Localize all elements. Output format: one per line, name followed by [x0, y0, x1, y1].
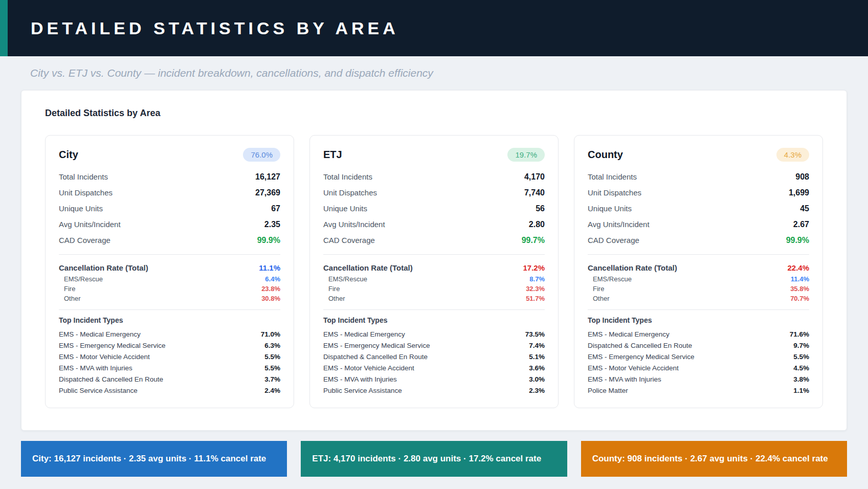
- incident-type-value: 5.5%: [264, 353, 280, 361]
- divider: [323, 309, 545, 310]
- cancellation-breakdown-row: EMS/Rescue6.4%: [59, 274, 280, 284]
- stat-label: Unit Dispatches: [323, 188, 377, 197]
- stat-row: Unit Dispatches1,699: [588, 185, 809, 201]
- stat-rows: Total Incidents16,127Unit Dispatches27,3…: [59, 169, 280, 248]
- cancellation-breakdown-label: Other: [328, 295, 345, 302]
- cancellation-breakdown-value: 51.7%: [526, 295, 545, 302]
- cancellation-breakdown: EMS/Rescue6.4%Fire23.8%Other30.8%: [59, 274, 280, 303]
- incident-type-value: 2.4%: [264, 387, 280, 394]
- cancellation-breakdown: EMS/Rescue8.7%Fire32.3%Other51.7%: [323, 274, 545, 303]
- incident-type-row: Dispatched & Cancelled En Route9.7%: [588, 340, 809, 351]
- incident-type-label: EMS - Medical Emergency: [323, 330, 405, 338]
- incident-type-rows: EMS - Medical Emergency71.0%EMS - Emerge…: [59, 328, 280, 396]
- summary-bar: County: 908 incidents · 2.67 avg units ·…: [581, 441, 847, 477]
- incident-type-row: EMS - MVA with Injuries5.5%: [59, 362, 280, 373]
- incident-type-value: 4.5%: [793, 364, 809, 372]
- cancellation-total: 11.1%: [259, 263, 280, 272]
- area-card: County4.3%Total Incidents908Unit Dispatc…: [574, 135, 823, 408]
- cancellation-breakdown-value: 32.3%: [526, 285, 545, 293]
- incident-type-row: EMS - Medical Emergency71.6%: [588, 328, 809, 340]
- incident-type-label: Public Service Assistance: [323, 387, 402, 394]
- stat-value: 2.35: [264, 220, 280, 229]
- stat-value: 99.9%: [257, 236, 280, 245]
- stat-label: Avg Units/Incident: [588, 220, 650, 229]
- stat-value: 99.7%: [522, 236, 545, 245]
- incident-type-row: EMS - Motor Vehicle Accident5.5%: [59, 351, 280, 362]
- stat-value: 7,740: [524, 188, 545, 197]
- cancellation-breakdown-label: Other: [593, 295, 610, 302]
- cancellation-breakdown-value: 70.7%: [790, 295, 809, 302]
- incident-type-row: EMS - Medical Emergency73.5%: [323, 328, 545, 340]
- incident-type-row: Public Service Assistance2.3%: [323, 385, 545, 396]
- incident-type-label: EMS - Medical Emergency: [59, 330, 141, 338]
- cancellation-breakdown-row: Other70.7%: [588, 294, 809, 303]
- area-share-badge: 19.7%: [507, 148, 545, 162]
- incident-type-value: 5.5%: [793, 353, 809, 361]
- cancellation-breakdown-value: 23.8%: [261, 285, 280, 293]
- incident-type-label: EMS - MVA with Injuries: [59, 364, 132, 372]
- stat-label: CAD Coverage: [59, 236, 110, 244]
- area-share-badge: 76.0%: [243, 148, 280, 162]
- header-accent-stripe: [0, 0, 8, 56]
- cancellation-breakdown-value: 30.8%: [261, 295, 280, 302]
- incident-type-value: 5.1%: [529, 353, 545, 361]
- incident-type-row: EMS - Emergency Medical Service6.3%: [59, 340, 280, 351]
- cancellation-label: Cancellation Rate (Total): [323, 263, 413, 272]
- incident-type-row: Public Service Assistance2.4%: [59, 385, 280, 396]
- stat-value: 2.80: [529, 220, 545, 229]
- cancellation-total-row: Cancellation Rate (Total)22.4%: [588, 261, 809, 274]
- stat-row: CAD Coverage99.9%: [588, 232, 809, 248]
- incident-type-value: 3.7%: [264, 375, 280, 383]
- stat-value: 908: [795, 172, 809, 182]
- cancellation-breakdown-label: Fire: [64, 285, 75, 293]
- incident-type-label: EMS - Motor Vehicle Accident: [588, 364, 679, 372]
- stat-value: 27,369: [255, 188, 280, 197]
- area-name: City: [59, 149, 78, 161]
- incident-type-row: EMS - MVA with Injuries3.8%: [588, 373, 809, 385]
- stat-value: 45: [800, 204, 809, 213]
- cancellation-total: 17.2%: [523, 263, 545, 272]
- stat-label: Unit Dispatches: [59, 188, 113, 197]
- stat-value: 56: [536, 204, 545, 213]
- area-share-badge: 4.3%: [776, 148, 809, 162]
- incident-type-label: Public Service Assistance: [59, 387, 138, 394]
- incident-type-value: 6.3%: [264, 342, 280, 349]
- top-incident-types-title: Top Incident Types: [323, 316, 545, 324]
- page-title: DETAILED STATISTICS BY AREA: [31, 18, 399, 38]
- area-name: ETJ: [323, 149, 342, 161]
- divider: [588, 309, 809, 310]
- stat-value: 99.9%: [786, 236, 809, 245]
- stat-row: CAD Coverage99.7%: [323, 232, 545, 248]
- cancellation-total-row: Cancellation Rate (Total)11.1%: [59, 261, 280, 274]
- incident-type-rows: EMS - Medical Emergency71.6%Dispatched &…: [588, 328, 809, 396]
- divider: [59, 254, 280, 255]
- summary-bar: City: 16,127 incidents · 2.35 avg units …: [21, 441, 287, 477]
- incident-type-label: EMS - MVA with Injuries: [588, 375, 661, 383]
- incident-type-label: EMS - Motor Vehicle Accident: [59, 353, 150, 361]
- incident-type-value: 3.6%: [529, 364, 545, 372]
- stat-label: Unique Units: [588, 204, 632, 213]
- incident-type-row: EMS - Motor Vehicle Accident4.5%: [588, 362, 809, 373]
- incident-type-row: EMS - Motor Vehicle Accident3.6%: [323, 362, 545, 373]
- stat-row: Total Incidents908: [588, 169, 809, 185]
- incident-type-rows: EMS - Medical Emergency73.5%EMS - Emerge…: [323, 328, 545, 396]
- area-name: County: [588, 149, 623, 161]
- incident-type-value: 2.3%: [529, 387, 545, 394]
- divider: [59, 309, 280, 310]
- stat-row: Avg Units/Incident2.67: [588, 216, 809, 232]
- stat-row: Avg Units/Incident2.35: [59, 216, 280, 232]
- incident-type-label: EMS - MVA with Injuries: [323, 375, 397, 383]
- cancellation-breakdown-row: EMS/Rescue8.7%: [323, 274, 545, 284]
- cancellation-total-row: Cancellation Rate (Total)17.2%: [323, 261, 545, 274]
- incident-type-label: Dispatched & Cancelled En Route: [588, 342, 692, 349]
- stat-row: Total Incidents16,127: [59, 169, 280, 185]
- stat-label: Total Incidents: [59, 172, 108, 181]
- stat-value: 2.67: [793, 220, 809, 229]
- stat-row: Avg Units/Incident2.80: [323, 216, 545, 232]
- divider: [588, 254, 809, 255]
- summary-bar: ETJ: 4,170 incidents · 2.80 avg units · …: [301, 441, 567, 477]
- page-header: DETAILED STATISTICS BY AREA: [0, 0, 868, 56]
- stat-label: Unit Dispatches: [588, 188, 641, 197]
- cancellation-breakdown-row: Other51.7%: [323, 294, 545, 303]
- stat-label: Avg Units/Incident: [59, 220, 121, 229]
